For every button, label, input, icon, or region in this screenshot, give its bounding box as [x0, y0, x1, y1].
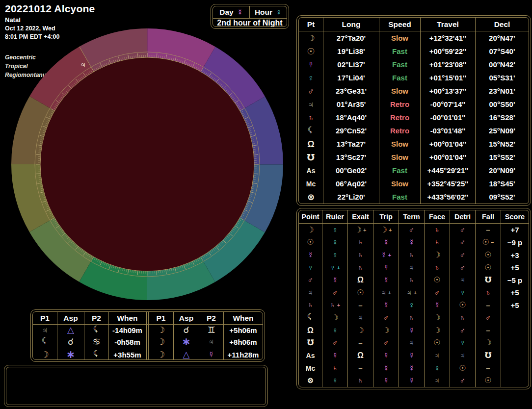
chart-header: 20221012 Alcyone Natal Oct 12 2022, Wed …	[5, 3, 95, 79]
venus-icon: ♀	[332, 377, 338, 384]
system-line: Regiomontanus	[5, 71, 95, 79]
planet-cell: As	[299, 164, 323, 177]
p2-cell: ☾+	[84, 348, 109, 360]
dignity-cell: ♀+	[322, 261, 348, 274]
saturn-icon: ♄	[485, 289, 491, 297]
speed-cell: Retro	[379, 111, 421, 124]
saturn-icon: ♄	[460, 314, 466, 322]
mars-icon: ♂	[460, 327, 466, 334]
dignity-cell: ☿	[373, 236, 399, 249]
gemini-icon: ♊	[207, 326, 215, 334]
chart-date: Oct 12 2022, Wed	[5, 25, 95, 32]
when-cell: +11h28m	[224, 348, 263, 360]
col-header: P1	[33, 312, 57, 325]
p1-cell: ☽	[33, 348, 57, 360]
dignity-cell: ☽	[425, 249, 450, 261]
mercury-icon: ☿	[409, 238, 415, 246]
dignity-cell: –	[476, 362, 501, 375]
sign-wedge-virgo	[147, 257, 215, 300]
trine-icon: △	[183, 349, 190, 360]
saturn-icon: ♄	[308, 113, 315, 122]
declination-cell: 18°S45'	[476, 177, 529, 190]
mercury-icon: ☿	[383, 264, 389, 272]
mars-icon: ♂	[485, 314, 491, 322]
venus-icon: ♀	[330, 264, 336, 272]
dignity-cell: ℧	[476, 274, 501, 286]
dignity-cell: ☽+	[348, 224, 373, 236]
sign-wedge-gemini	[11, 164, 54, 232]
col-header: P1	[149, 312, 174, 325]
node-icon: Ω	[307, 140, 314, 149]
declination-cell: 25°N09'	[476, 124, 529, 137]
system-line: Tropical	[5, 62, 95, 71]
aspect-cell: ∗	[174, 335, 199, 348]
score-cell	[501, 324, 529, 337]
col-header: Pt	[299, 18, 323, 31]
jupiter-icon: ♃	[409, 339, 415, 347]
dignity-cell: ☿	[373, 349, 399, 362]
point-cell: As	[299, 349, 322, 362]
saturn-icon: ♄	[358, 377, 364, 384]
dignity-cell: ♂	[450, 224, 476, 236]
moon-icon: ☽	[355, 226, 362, 234]
dignity-cell: ☉	[476, 249, 501, 261]
longitude-cell: 17°Li04'	[323, 71, 379, 84]
speed-cell: Fast	[379, 45, 421, 58]
when-cell: +3h55m	[109, 348, 146, 360]
venus-icon: ♀	[460, 339, 466, 347]
declination-cell: 15°N52'	[476, 137, 529, 151]
dignity-cell: ♄	[425, 236, 450, 249]
point-cell: ♄	[299, 299, 322, 312]
mars-icon: ♂	[308, 87, 315, 96]
dignity-cell: Ω	[348, 274, 373, 286]
dignity-cell: ☽+	[373, 224, 399, 236]
mars-icon: ♂	[434, 289, 440, 297]
p1-cell: ☽	[149, 348, 174, 360]
p2-cell: ♊	[199, 325, 224, 335]
travel-cell: +01°15'01''	[421, 71, 476, 84]
point-cell: ☉	[299, 236, 322, 249]
p2-cell: ♋	[84, 335, 109, 348]
dignity-cell: ☉	[425, 274, 450, 286]
sign-wedge-scorpio	[240, 164, 283, 232]
dignity-cell: ☉	[348, 286, 373, 299]
dignity-cell: ♀	[322, 249, 348, 261]
saturn-icon: ♄	[409, 276, 415, 284]
dignity-cell: ♃	[450, 274, 476, 286]
dignity-cell: ☿	[399, 324, 425, 337]
planet-cell: ☉	[299, 45, 323, 58]
p1-cell: ☾+	[33, 335, 57, 348]
col-header: Exalt	[348, 210, 373, 224]
planet-cell: Mc	[299, 177, 323, 190]
p1-cell: ☽	[149, 335, 174, 348]
moon-icon: ☽	[382, 327, 389, 334]
dignity-cell: ♀	[399, 299, 425, 312]
score-cell	[501, 337, 529, 350]
col-header: Score	[501, 210, 529, 224]
travel-cell: +352°45'25''	[421, 177, 476, 190]
planet-positions-table: PtLongSpeedTravelDecl☽27°Ta20'Slow+12°32…	[296, 15, 531, 206]
dignity-cell: ♃+	[399, 286, 425, 299]
snode-icon: ℧	[485, 276, 492, 284]
declination-cell: 20°N09'	[476, 164, 529, 177]
dignity-cell: ♂	[450, 236, 476, 249]
dignity-cell: ☽	[425, 324, 450, 337]
conj-icon: ☌	[183, 325, 189, 335]
day-label: Day	[219, 8, 233, 17]
dignity-cell: ♄+	[322, 299, 348, 312]
sun-icon: ☉	[357, 289, 364, 297]
page-title: 20221012 Alcyone	[5, 3, 95, 15]
point-cell: Ω	[299, 324, 322, 337]
dignity-cell: ☉	[476, 374, 501, 387]
system-line: Geocentric	[5, 53, 95, 62]
node-icon: Ω	[357, 276, 364, 284]
dignity-cell: ♂	[450, 261, 476, 274]
jupiter-icon: ♃	[42, 326, 49, 334]
hour-ruler: Hour ♀	[250, 6, 287, 19]
dignity-cell: ♃	[425, 374, 450, 387]
dignity-cell: ♀	[425, 362, 450, 375]
score-cell	[501, 311, 529, 324]
planet-cell: Ω	[299, 137, 323, 151]
score-cell: +5	[501, 286, 529, 299]
speed-cell: Slow	[379, 151, 421, 164]
